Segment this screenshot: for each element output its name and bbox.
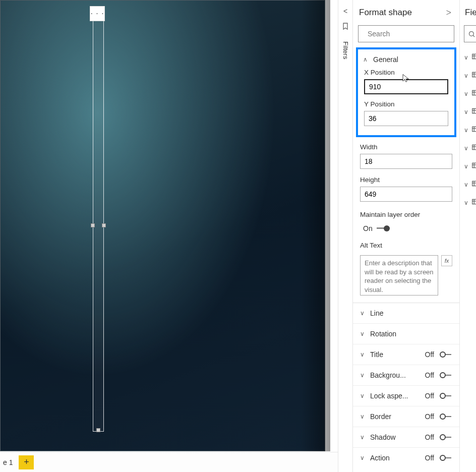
- section-line-label: Line: [370, 309, 383, 317]
- chevron-down-icon: ∨: [360, 413, 366, 420]
- visual-context-menu-button[interactable]: · · ·: [90, 6, 105, 21]
- fields-table-item[interactable]: ∨: [460, 103, 476, 121]
- filters-pane-label[interactable]: Filters: [342, 41, 349, 59]
- table-icon: [471, 126, 476, 135]
- section-rotation-label: Rotation: [370, 330, 396, 338]
- section-shadow-toggle[interactable]: [440, 434, 452, 441]
- chevron-down-icon: ∨: [360, 351, 366, 358]
- fields-table-item[interactable]: ∨: [460, 48, 476, 67]
- table-icon: [471, 71, 476, 80]
- page-tab-1[interactable]: e 1: [2, 456, 14, 468]
- chevron-down-icon: ∨: [464, 108, 468, 115]
- search-icon: [468, 30, 475, 38]
- resize-handle-bottom[interactable]: [96, 428, 100, 432]
- fields-table-item[interactable]: ∨: [460, 139, 476, 157]
- height-input[interactable]: [360, 187, 452, 202]
- chevron-down-icon: ∨: [464, 199, 468, 206]
- chevron-down-icon: ∨: [464, 181, 468, 188]
- section-action-label: Action: [370, 454, 390, 462]
- y-position-input[interactable]: [364, 111, 448, 126]
- section-background-header[interactable]: ∨ Backgrou... Off: [353, 365, 459, 385]
- fields-table-item[interactable]: ∨: [460, 157, 476, 175]
- alt-text-label: Alt Text: [360, 242, 452, 249]
- section-shadow-label: Shadow: [370, 433, 396, 441]
- chevron-down-icon: ∨: [464, 72, 468, 79]
- table-icon: [471, 180, 476, 189]
- table-icon: [471, 107, 476, 116]
- svg-line-3: [473, 35, 474, 37]
- filters-expand-chevron[interactable]: <: [343, 7, 347, 15]
- section-action-toggle[interactable]: [440, 454, 452, 461]
- chevron-down-icon: ∨: [360, 434, 366, 441]
- section-rotation-header[interactable]: ∨ Rotation: [353, 324, 459, 344]
- width-label: Width: [360, 143, 452, 151]
- maintain-layer-order-toggle[interactable]: [377, 225, 390, 231]
- y-position-label: Y Position: [364, 100, 448, 108]
- table-icon: [471, 198, 476, 207]
- fields-search-box[interactable]: [464, 25, 476, 42]
- page-tabs-bar: e 1 +: [0, 452, 338, 472]
- section-border-label: Border: [370, 412, 391, 421]
- fields-table-item[interactable]: ∨: [460, 194, 476, 212]
- canvas-surface[interactable]: [0, 0, 325, 451]
- pane-next-button[interactable]: >: [444, 7, 453, 19]
- fields-table-item[interactable]: ∨: [460, 175, 476, 194]
- maintain-layer-order-state: On: [363, 224, 373, 232]
- svg-point-2: [469, 31, 473, 36]
- x-position-input[interactable]: [364, 79, 448, 94]
- section-border-header[interactable]: ∨ Border Off: [353, 406, 459, 427]
- report-canvas[interactable]: · · · e 1 +: [0, 0, 338, 472]
- chevron-down-icon: ∨: [464, 54, 468, 61]
- section-background-label: Backgrou...: [370, 371, 406, 379]
- bookmark-icon[interactable]: [341, 22, 349, 32]
- alt-text-input[interactable]: [360, 255, 438, 296]
- section-background-state: Off: [425, 371, 436, 379]
- format-pane-title: Format shape: [359, 8, 412, 18]
- canvas-shadow: [301, 0, 330, 451]
- section-lockaspect-header[interactable]: ∨ Lock aspe... Off: [353, 386, 459, 406]
- chevron-down-icon: ∨: [360, 372, 366, 379]
- width-input[interactable]: [360, 154, 452, 169]
- resize-handle-left[interactable]: [91, 223, 95, 227]
- alt-text-fx-button[interactable]: fx: [441, 255, 452, 266]
- format-shape-pane: Format shape > ∧ General X Position Y Po…: [353, 0, 460, 472]
- section-lockaspect-label: Lock aspe...: [370, 392, 408, 400]
- section-general-header[interactable]: ∧ General: [361, 52, 451, 67]
- format-search-box[interactable]: [358, 25, 454, 42]
- section-shadow-header[interactable]: ∨ Shadow Off: [353, 427, 459, 447]
- section-action-state: Off: [425, 454, 436, 462]
- chevron-down-icon: ∨: [464, 127, 468, 134]
- section-lockaspect-state: Off: [425, 392, 436, 400]
- section-general-label: General: [373, 55, 398, 64]
- fields-table-item[interactable]: ∨: [460, 67, 476, 85]
- section-title-state: Off: [425, 350, 436, 359]
- chevron-up-icon: ∧: [363, 56, 369, 63]
- chevron-down-icon: ∨: [360, 330, 366, 337]
- section-title-header[interactable]: ∨ Title Off: [353, 344, 459, 365]
- section-lockaspect-toggle[interactable]: [440, 392, 452, 399]
- section-background-toggle[interactable]: [440, 372, 452, 379]
- chevron-down-icon: ∨: [464, 145, 468, 152]
- section-border-toggle[interactable]: [440, 413, 452, 420]
- section-line-header[interactable]: ∨ Line: [353, 303, 459, 323]
- resize-handle-right[interactable]: [102, 223, 106, 227]
- section-title-toggle[interactable]: [440, 351, 452, 358]
- selected-shape-line[interactable]: [93, 8, 104, 432]
- chevron-down-icon: ∨: [360, 392, 366, 399]
- maintain-layer-order-label: Maintain layer order: [353, 207, 459, 221]
- general-section-highlight: ∧ General X Position Y Position: [356, 47, 456, 137]
- height-label: Height: [360, 176, 452, 184]
- section-shadow-state: Off: [425, 433, 436, 441]
- fields-table-item[interactable]: ∨: [460, 85, 476, 103]
- fields-pane: Fie ∨∨∨∨∨∨∨∨∨: [460, 0, 476, 472]
- section-title-label: Title: [370, 350, 383, 359]
- section-border-state: Off: [425, 412, 436, 421]
- add-page-button[interactable]: +: [19, 455, 34, 469]
- section-action-header[interactable]: ∨ Action Off: [353, 448, 459, 468]
- fields-table-item[interactable]: ∨: [460, 121, 476, 139]
- format-search-input[interactable]: [368, 30, 456, 38]
- table-icon: [471, 53, 476, 62]
- table-icon: [471, 89, 476, 98]
- chevron-down-icon: ∨: [360, 310, 366, 317]
- filters-pane-collapsed: < Filters: [338, 0, 353, 472]
